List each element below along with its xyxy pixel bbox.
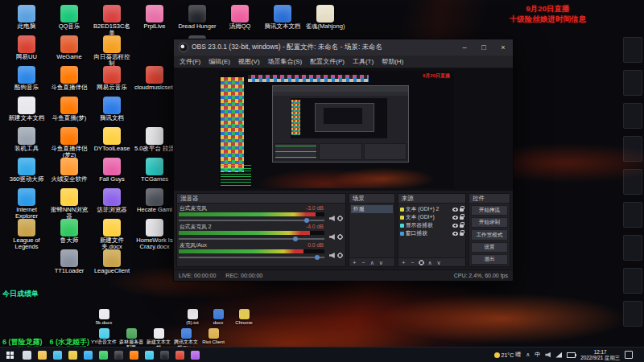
captured-menubar bbox=[273, 92, 408, 96]
network-icon[interactable] bbox=[555, 352, 562, 358]
captured-score-list bbox=[221, 165, 251, 186]
battery-icon[interactable] bbox=[567, 352, 576, 358]
taskbar-app-button[interactable] bbox=[188, 348, 203, 362]
source-item[interactable]: 窗口捕获 bbox=[400, 229, 464, 237]
menu-item[interactable]: 场景集合(S) bbox=[264, 57, 307, 66]
start-button[interactable] bbox=[0, 348, 19, 362]
control-button[interactable]: 开始录制 bbox=[471, 217, 508, 228]
slider-thumb[interactable] bbox=[315, 255, 320, 260]
source-up-button[interactable]: ∧ bbox=[427, 259, 433, 266]
desktop-icon-label: Chrome bbox=[230, 320, 258, 326]
close-button[interactable]: × bbox=[495, 41, 511, 54]
gear-icon[interactable] bbox=[337, 253, 343, 258]
lock-icon[interactable] bbox=[460, 232, 464, 236]
visibility-eye-icon[interactable] bbox=[452, 224, 458, 228]
weather-widget[interactable]: 21°C 晴 bbox=[494, 351, 522, 359]
gear-icon[interactable] bbox=[337, 216, 343, 221]
volume-slider[interactable] bbox=[179, 217, 324, 223]
source-properties-gear-icon[interactable] bbox=[419, 260, 424, 265]
taskbar: 21°C 晴 ∧ 中 12:17 2022/9/21 星期三 bbox=[0, 347, 644, 362]
volume-meter bbox=[179, 212, 324, 216]
source-item[interactable]: 文本 (GDI+) 2 bbox=[400, 205, 464, 213]
remove-source-button[interactable]: − bbox=[410, 259, 415, 266]
desktop-icon[interactable]: Chrome bbox=[230, 309, 258, 326]
obs-logo-icon bbox=[179, 43, 188, 52]
slider-thumb[interactable] bbox=[293, 237, 298, 241]
taskbar-app-icon bbox=[23, 351, 31, 360]
lock-icon[interactable] bbox=[460, 224, 464, 228]
mixer-channel: 台式麦克风 2 -4.0 dB bbox=[179, 224, 344, 241]
add-scene-button[interactable]: + bbox=[352, 259, 357, 266]
taskbar-app-button[interactable] bbox=[35, 348, 50, 362]
taskbar-app-button[interactable] bbox=[157, 348, 172, 362]
mixer-dock-title: 混音器 bbox=[177, 194, 345, 204]
captured-announcement: 9月20日直播 bbox=[423, 72, 450, 80]
maximize-button[interactable]: □ bbox=[476, 41, 492, 54]
input-method-indicator[interactable]: 中 bbox=[535, 351, 540, 359]
source-item[interactable]: 显示器捕获 bbox=[400, 221, 464, 229]
source-label: 文本 (GDI+) bbox=[406, 213, 451, 221]
volume-slider[interactable] bbox=[179, 236, 324, 241]
file-icon bbox=[126, 328, 137, 339]
desktop-icon[interactable]: (5).txt bbox=[179, 309, 206, 326]
channel-name: 台式麦克风 bbox=[180, 205, 207, 212]
control-button[interactable]: 退出 bbox=[471, 254, 508, 265]
menu-item[interactable]: 配置文件(P) bbox=[306, 57, 349, 66]
scene-item[interactable]: 炸服 bbox=[351, 205, 393, 213]
sources-toolbar: + − ∧ ∨ bbox=[398, 257, 465, 266]
clock[interactable]: 12:17 2022/9/21 星期三 bbox=[580, 349, 620, 361]
mixer-channel: 台式麦克风 -3.0 dB bbox=[179, 205, 344, 222]
tray-expand-chevron-icon[interactable]: ∧ bbox=[526, 352, 530, 358]
visibility-eye-icon[interactable] bbox=[452, 232, 458, 236]
menu-item[interactable]: 工具(T) bbox=[349, 57, 378, 66]
speaker-icon[interactable] bbox=[329, 234, 335, 240]
visibility-eye-icon[interactable] bbox=[452, 216, 458, 220]
desktop-icon[interactable]: Riot Client bbox=[200, 328, 227, 345]
volume-slider[interactable] bbox=[179, 254, 324, 260]
source-item[interactable]: 文本 (GDI+) bbox=[400, 213, 464, 221]
taskbar-app-button[interactable] bbox=[142, 348, 157, 362]
scene-up-button[interactable]: ∧ bbox=[369, 259, 375, 266]
scene-down-button[interactable]: ∨ bbox=[378, 259, 384, 266]
taskbar-app-button[interactable] bbox=[96, 348, 111, 362]
menu-item[interactable]: 帮助(H) bbox=[378, 57, 407, 66]
captured-docks bbox=[275, 143, 407, 160]
control-button[interactable]: 设置 bbox=[471, 242, 508, 253]
control-button[interactable]: 工作室模式 bbox=[471, 229, 508, 240]
taskbar-app-button[interactable] bbox=[111, 348, 126, 362]
score-list-header: 今日成绩单 bbox=[2, 290, 99, 298]
obs-titlebar[interactable]: OBS 23.0.1 (32-bit, windows) - 配置文件: 未命名… bbox=[174, 39, 513, 56]
source-down-button[interactable]: ∨ bbox=[436, 259, 442, 266]
taskbar-app-button[interactable] bbox=[172, 348, 188, 362]
source-label: 窗口捕获 bbox=[406, 229, 451, 237]
obs-preview-canvas[interactable]: 9月20日直播 bbox=[174, 68, 513, 191]
control-button[interactable]: 开始推流 bbox=[471, 205, 508, 216]
volume-icon[interactable] bbox=[545, 352, 551, 358]
visibility-eye-icon[interactable] bbox=[452, 208, 458, 212]
source-label: 文本 (GDI+) 2 bbox=[406, 205, 451, 213]
taskbar-app-button[interactable] bbox=[80, 348, 96, 362]
minimize-button[interactable]: – bbox=[456, 41, 473, 54]
speaker-icon[interactable] bbox=[329, 253, 335, 258]
desktop-icon[interactable]: docx bbox=[204, 309, 232, 326]
slider-thumb[interactable] bbox=[304, 218, 309, 223]
volume-meter bbox=[179, 231, 324, 235]
action-center-icon[interactable] bbox=[625, 351, 633, 359]
taskbar-app-icon bbox=[160, 351, 169, 360]
taskbar-app-button[interactable] bbox=[126, 348, 142, 362]
file-icon bbox=[99, 328, 109, 339]
gear-icon[interactable] bbox=[337, 234, 343, 240]
remove-scene-button[interactable]: − bbox=[361, 259, 366, 266]
taskbar-app-button[interactable] bbox=[65, 348, 80, 362]
taskbar-app-button[interactable] bbox=[50, 348, 65, 362]
captured-mixer bbox=[275, 143, 317, 160]
taskbar-app-button[interactable] bbox=[19, 348, 35, 362]
lock-icon[interactable] bbox=[460, 216, 464, 220]
add-source-button[interactable]: + bbox=[401, 259, 407, 266]
menu-item[interactable]: 视图(V) bbox=[234, 57, 264, 66]
menu-item[interactable]: 编辑(E) bbox=[204, 57, 234, 66]
menu-item[interactable]: 文件(F) bbox=[175, 57, 204, 66]
captured-obs-window bbox=[272, 85, 409, 162]
speaker-icon[interactable] bbox=[329, 216, 335, 221]
lock-icon[interactable] bbox=[460, 208, 464, 212]
